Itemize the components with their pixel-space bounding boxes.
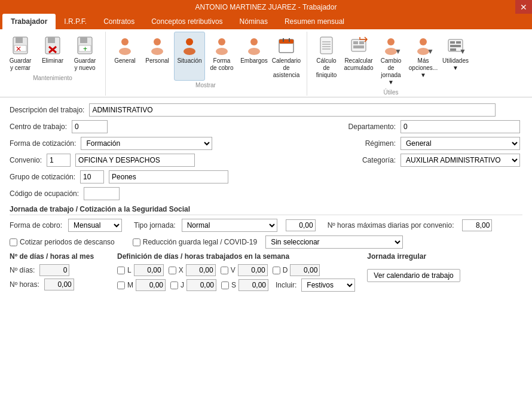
eliminar-button[interactable]: Eliminar <box>37 32 68 74</box>
cotizar-checkbox[interactable] <box>10 238 17 246</box>
svg-point-20 <box>250 38 258 45</box>
centro-departamento-row: Centro de trabajo: Departamento: <box>10 120 522 133</box>
ver-calendario-row: Ver calendario de trabajo <box>367 269 460 282</box>
ribbon-group-mostrar: General Personal <box>109 32 307 96</box>
svg-point-16 <box>186 38 193 45</box>
descripcion-label: Descripción del trabajo: <box>10 106 84 114</box>
svg-point-21 <box>248 48 260 55</box>
grupo-text-input[interactable] <box>109 170 228 183</box>
horas-jornada-input[interactable] <box>286 219 316 231</box>
svg-text:▼: ▼ <box>395 47 400 55</box>
day-V-checkbox[interactable] <box>221 267 228 274</box>
cotizar-label: Cotizar periodos de descanso <box>20 238 115 246</box>
day-X-input[interactable] <box>186 264 216 276</box>
convenio-text-input[interactable] <box>75 154 195 167</box>
eliminar-icon <box>42 35 63 56</box>
day-L-checkbox[interactable] <box>117 267 125 274</box>
day-J-checkbox[interactable] <box>170 282 178 289</box>
tab-bar: Trabajador I.R.P.F. Contratos Conceptos … <box>0 14 532 29</box>
tab-nominas[interactable]: Nóminas <box>231 14 276 29</box>
close-button[interactable]: ✕ <box>515 0 532 14</box>
reduccion-label: Reducción guarda legal / COVID-19 <box>143 238 257 246</box>
utilidades-button[interactable]: ▼ Utilidades▼ <box>440 32 471 88</box>
personal-button[interactable]: Personal <box>142 32 173 81</box>
tab-contratos[interactable]: Contratos <box>95 14 143 29</box>
bottom-grid: Nº de días / horas al mes Nº días: Nº ho… <box>10 252 522 292</box>
day-S-checkbox[interactable] <box>221 282 229 289</box>
tab-irpf[interactable]: I.R.P.F. <box>56 14 95 29</box>
centro-input[interactable] <box>72 120 108 133</box>
svg-point-17 <box>184 48 195 55</box>
definicion-col: Definición de días / horas trabajados en… <box>117 252 355 292</box>
day-M-input[interactable] <box>136 279 166 291</box>
cambio-jornada-button[interactable]: ▼ Cambio dejornada ▼ <box>375 32 406 88</box>
grupo-num-input[interactable] <box>80 170 104 183</box>
situacion-label: Situación <box>177 57 201 65</box>
convenio-num-input[interactable] <box>47 154 71 167</box>
categoria-select[interactable]: AUXILIAR ADMINISTRATIVO <box>400 154 520 167</box>
guardar-nuevo-label: Guardary nuevo <box>74 57 96 72</box>
reduccion-checkbox[interactable] <box>133 238 140 246</box>
incluir-select[interactable]: Festivos <box>301 279 355 292</box>
tab-trabajador[interactable]: Trabajador <box>2 14 56 29</box>
calendario-button[interactable]: Calendariode asistencia <box>271 32 302 81</box>
day-M-checkbox[interactable] <box>117 282 125 289</box>
codigo-input[interactable] <box>84 187 120 200</box>
departamento-input[interactable] <box>400 120 520 133</box>
svg-text:+: + <box>83 45 87 53</box>
utiles-label: Útiles <box>311 89 471 96</box>
embargos-label: Embargos <box>240 57 268 65</box>
forma-cobro-select[interactable]: Mensual <box>68 219 122 232</box>
personal-label: Personal <box>145 57 169 65</box>
num-dias-title: Nº de días / horas al mes <box>10 252 105 261</box>
forma-cobro-label: Formade cobro <box>210 57 234 72</box>
forma-cotizacion-label: Forma de cotización: <box>10 139 76 148</box>
day-V-input[interactable] <box>238 264 268 276</box>
forma-cotizacion-select[interactable]: Formación <box>81 137 212 150</box>
forma-cobro-button[interactable]: Formade cobro <box>206 32 237 81</box>
descripcion-input[interactable] <box>89 103 496 117</box>
svg-point-15 <box>151 48 163 55</box>
recalcular-button[interactable]: Recalcularacumulado <box>343 32 374 88</box>
day-J-input[interactable] <box>186 279 216 291</box>
grupo-label: Grupo de cotización: <box>10 173 75 181</box>
tipo-jornada-select[interactable]: Normal <box>182 219 277 232</box>
general-button[interactable]: General <box>109 32 140 81</box>
svg-rect-34 <box>359 41 364 44</box>
grupo-row: Grupo de cotización: <box>10 170 522 183</box>
day-V-label: V <box>221 266 236 274</box>
mostrar-label: Mostrar <box>109 82 302 88</box>
eliminar-label: Eliminar <box>42 57 63 65</box>
tab-conceptos[interactable]: Conceptos retributivos <box>143 14 231 29</box>
situacion-button[interactable]: Situación <box>174 32 205 81</box>
svg-point-36 <box>387 38 395 45</box>
tab-resumen[interactable]: Resumen mensual <box>276 14 353 29</box>
num-horas-input[interactable] <box>44 279 74 290</box>
horas-maximas-input[interactable] <box>462 219 492 231</box>
svg-rect-9 <box>80 37 87 43</box>
num-horas-label: Nº horas: <box>10 280 39 289</box>
embargos-button[interactable]: Embargos <box>239 32 270 81</box>
guardar-nuevo-button[interactable]: + Guardary nuevo <box>69 32 100 74</box>
forma-regimen-row: Forma de cotización: Formación Régimen: … <box>10 137 522 150</box>
svg-rect-33 <box>353 41 358 44</box>
svg-text:▼: ▼ <box>459 47 465 55</box>
day-L-input[interactable] <box>134 264 164 276</box>
num-dias-input[interactable] <box>39 264 69 276</box>
calculo-finiquito-button[interactable]: Cálculo definiquito <box>311 32 342 88</box>
mas-opciones-button[interactable]: ▼ Másopciones... ▼ <box>408 32 439 88</box>
embargos-icon <box>243 35 265 56</box>
regimen-select[interactable]: General <box>400 137 520 150</box>
guardar-cerrar-button[interactable]: ✕ Guardary cerrar <box>5 32 36 74</box>
num-dias-label: Nº días: <box>10 266 35 274</box>
ver-calendario-button[interactable]: Ver calendario de trabajo <box>367 269 460 282</box>
day-D-input[interactable] <box>290 264 320 276</box>
cotizar-checkbox-label: Cotizar periodos de descanso <box>10 238 115 246</box>
reduccion-select[interactable]: Sin seleccionar <box>265 235 403 249</box>
day-S-input[interactable] <box>239 279 268 291</box>
departamento-label: Departamento: <box>348 123 396 131</box>
day-D-checkbox[interactable] <box>273 267 280 274</box>
day-X-checkbox[interactable] <box>169 267 176 274</box>
forma-cobro-form-label: Forma de cobro: <box>10 221 62 230</box>
day-L-label: L <box>117 266 132 274</box>
